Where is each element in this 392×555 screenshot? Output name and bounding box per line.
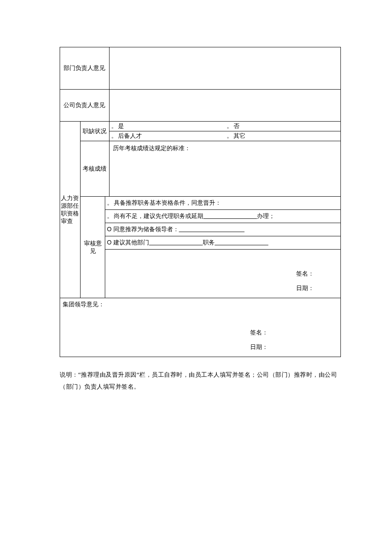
review-row: 审核意见 具备推荐职务基本资格条件，同意晋升： 尚有不足，建议先代理职务或延期＿… (60, 197, 341, 250)
group-opinion-row: 集团领导意见： 签名： 日期： (60, 298, 341, 357)
company-opinion-row: 公司负责人意见 (60, 90, 341, 122)
hr-date-label[interactable]: 日期： (296, 281, 337, 296)
hr-section-label: 人力资源部任职资格审查 (60, 122, 81, 298)
company-opinion-value[interactable] (109, 90, 340, 122)
footer-note: 说明：“推荐理由及晋升原因“栏，员工自荐时，由员工本人填写并签名；公司（部门）推… (60, 369, 341, 393)
dept-opinion-value[interactable] (109, 47, 340, 90)
vacancy-options: 是 否 后备人才 其它 (109, 122, 340, 141)
vacancy-label: 职缺状况 (81, 122, 110, 141)
assess-content[interactable]: 历年考核成绩达规定的标准： (109, 141, 340, 197)
group-opinion-cell[interactable]: 集团领导意见： 签名： 日期： (60, 298, 341, 357)
vacancy-yes[interactable]: 是 (111, 123, 124, 129)
assess-label: 考核成绩 (81, 141, 110, 197)
vacancy-no[interactable]: 否 (227, 123, 239, 129)
opt-reserve-leader[interactable]: 同意推荐为储备领导者：＿＿＿＿＿＿＿＿＿＿＿ (105, 223, 340, 236)
form-table: 部门负责人意见 公司负责人意见 人力资源部任职资格审查 职缺状况 是 否 后备人… (60, 47, 341, 357)
opt-other-dept[interactable]: 建议其他部门＿＿＿＿＿＿＿＿＿职务＿＿＿＿＿＿＿＿＿ (105, 236, 340, 249)
dept-opinion-label: 部门负责人意见 (60, 47, 110, 90)
opt-qualified[interactable]: 具备推荐职务基本资格条件，同意晋升： (105, 197, 340, 210)
assess-heading: 历年考核成绩达规定的标准： (111, 143, 339, 154)
hr-signature-label[interactable]: 签名： (296, 267, 337, 281)
group-signature-label[interactable]: 签名： (250, 325, 338, 340)
hr-sign-cell: 签名： 日期： (105, 250, 341, 298)
group-opinion-label: 集团领导意见： (63, 301, 338, 308)
opt-gap[interactable]: 尚有不足，建议先代理职务或延期＿＿＿＿＿＿＿＿＿办理； (105, 210, 340, 223)
review-label: 审核意见 (81, 197, 105, 298)
review-options: 具备推荐职务基本资格条件，同意晋升： 尚有不足，建议先代理职务或延期＿＿＿＿＿＿… (105, 197, 341, 250)
company-opinion-label: 公司负责人意见 (60, 90, 110, 122)
vacancy-reserve[interactable]: 后备人才 (111, 133, 142, 139)
vacancy-row: 人力资源部任职资格审查 职缺状况 是 否 后备人才 其它 (60, 122, 341, 141)
vacancy-other[interactable]: 其它 (227, 133, 245, 139)
group-date-label[interactable]: 日期： (250, 340, 338, 355)
assess-row: 考核成绩 历年考核成绩达规定的标准： (60, 141, 341, 197)
dept-opinion-row: 部门负责人意见 (60, 47, 341, 90)
